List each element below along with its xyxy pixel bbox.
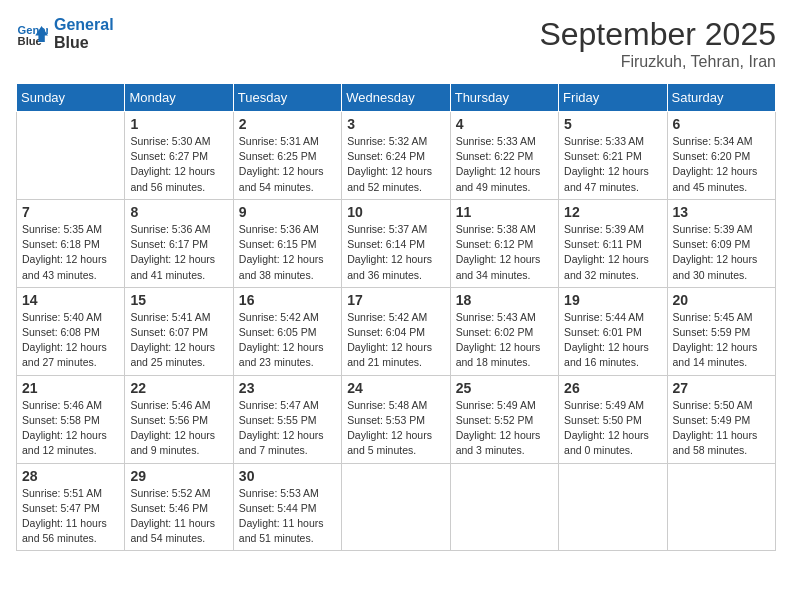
day-info: Sunrise: 5:50 AM Sunset: 5:49 PM Dayligh… xyxy=(673,398,770,459)
header-friday: Friday xyxy=(559,84,667,112)
day-info: Sunrise: 5:36 AM Sunset: 6:15 PM Dayligh… xyxy=(239,222,336,283)
logo-icon: General Blue xyxy=(16,18,48,50)
day-number: 22 xyxy=(130,380,227,396)
calendar-cell: 25Sunrise: 5:49 AM Sunset: 5:52 PM Dayli… xyxy=(450,375,558,463)
day-number: 3 xyxy=(347,116,444,132)
calendar-cell: 4Sunrise: 5:33 AM Sunset: 6:22 PM Daylig… xyxy=(450,112,558,200)
day-number: 6 xyxy=(673,116,770,132)
calendar-cell: 12Sunrise: 5:39 AM Sunset: 6:11 PM Dayli… xyxy=(559,199,667,287)
day-number: 15 xyxy=(130,292,227,308)
day-info: Sunrise: 5:44 AM Sunset: 6:01 PM Dayligh… xyxy=(564,310,661,371)
days-header-row: SundayMondayTuesdayWednesdayThursdayFrid… xyxy=(17,84,776,112)
header-tuesday: Tuesday xyxy=(233,84,341,112)
header-thursday: Thursday xyxy=(450,84,558,112)
day-info: Sunrise: 5:48 AM Sunset: 5:53 PM Dayligh… xyxy=(347,398,444,459)
day-info: Sunrise: 5:32 AM Sunset: 6:24 PM Dayligh… xyxy=(347,134,444,195)
day-info: Sunrise: 5:33 AM Sunset: 6:21 PM Dayligh… xyxy=(564,134,661,195)
day-number: 13 xyxy=(673,204,770,220)
calendar-cell: 19Sunrise: 5:44 AM Sunset: 6:01 PM Dayli… xyxy=(559,287,667,375)
calendar-cell: 9Sunrise: 5:36 AM Sunset: 6:15 PM Daylig… xyxy=(233,199,341,287)
day-number: 20 xyxy=(673,292,770,308)
day-info: Sunrise: 5:53 AM Sunset: 5:44 PM Dayligh… xyxy=(239,486,336,547)
day-number: 28 xyxy=(22,468,119,484)
day-number: 14 xyxy=(22,292,119,308)
day-number: 1 xyxy=(130,116,227,132)
day-number: 23 xyxy=(239,380,336,396)
day-number: 29 xyxy=(130,468,227,484)
calendar-cell: 5Sunrise: 5:33 AM Sunset: 6:21 PM Daylig… xyxy=(559,112,667,200)
svg-text:Blue: Blue xyxy=(18,35,42,47)
day-info: Sunrise: 5:41 AM Sunset: 6:07 PM Dayligh… xyxy=(130,310,227,371)
day-number: 26 xyxy=(564,380,661,396)
header-sunday: Sunday xyxy=(17,84,125,112)
day-number: 18 xyxy=(456,292,553,308)
day-number: 25 xyxy=(456,380,553,396)
day-info: Sunrise: 5:39 AM Sunset: 6:11 PM Dayligh… xyxy=(564,222,661,283)
calendar-cell: 30Sunrise: 5:53 AM Sunset: 5:44 PM Dayli… xyxy=(233,463,341,551)
day-number: 4 xyxy=(456,116,553,132)
day-info: Sunrise: 5:39 AM Sunset: 6:09 PM Dayligh… xyxy=(673,222,770,283)
calendar-cell: 13Sunrise: 5:39 AM Sunset: 6:09 PM Dayli… xyxy=(667,199,775,287)
day-info: Sunrise: 5:52 AM Sunset: 5:46 PM Dayligh… xyxy=(130,486,227,547)
day-number: 2 xyxy=(239,116,336,132)
calendar-cell: 14Sunrise: 5:40 AM Sunset: 6:08 PM Dayli… xyxy=(17,287,125,375)
calendar-cell xyxy=(667,463,775,551)
week-row-1: 1Sunrise: 5:30 AM Sunset: 6:27 PM Daylig… xyxy=(17,112,776,200)
calendar-cell: 11Sunrise: 5:38 AM Sunset: 6:12 PM Dayli… xyxy=(450,199,558,287)
day-info: Sunrise: 5:42 AM Sunset: 6:05 PM Dayligh… xyxy=(239,310,336,371)
day-number: 17 xyxy=(347,292,444,308)
day-info: Sunrise: 5:46 AM Sunset: 5:58 PM Dayligh… xyxy=(22,398,119,459)
week-row-4: 21Sunrise: 5:46 AM Sunset: 5:58 PM Dayli… xyxy=(17,375,776,463)
calendar-cell: 18Sunrise: 5:43 AM Sunset: 6:02 PM Dayli… xyxy=(450,287,558,375)
day-number: 24 xyxy=(347,380,444,396)
day-number: 21 xyxy=(22,380,119,396)
logo: General Blue General Blue xyxy=(16,16,114,51)
calendar-cell: 7Sunrise: 5:35 AM Sunset: 6:18 PM Daylig… xyxy=(17,199,125,287)
day-number: 8 xyxy=(130,204,227,220)
day-info: Sunrise: 5:40 AM Sunset: 6:08 PM Dayligh… xyxy=(22,310,119,371)
calendar-cell xyxy=(17,112,125,200)
logo-line1: General xyxy=(54,16,114,34)
calendar-cell: 2Sunrise: 5:31 AM Sunset: 6:25 PM Daylig… xyxy=(233,112,341,200)
day-info: Sunrise: 5:47 AM Sunset: 5:55 PM Dayligh… xyxy=(239,398,336,459)
day-number: 16 xyxy=(239,292,336,308)
calendar-cell: 20Sunrise: 5:45 AM Sunset: 5:59 PM Dayli… xyxy=(667,287,775,375)
day-info: Sunrise: 5:49 AM Sunset: 5:50 PM Dayligh… xyxy=(564,398,661,459)
week-row-2: 7Sunrise: 5:35 AM Sunset: 6:18 PM Daylig… xyxy=(17,199,776,287)
day-info: Sunrise: 5:51 AM Sunset: 5:47 PM Dayligh… xyxy=(22,486,119,547)
calendar-cell xyxy=(450,463,558,551)
header-wednesday: Wednesday xyxy=(342,84,450,112)
day-number: 9 xyxy=(239,204,336,220)
calendar-cell: 15Sunrise: 5:41 AM Sunset: 6:07 PM Dayli… xyxy=(125,287,233,375)
day-info: Sunrise: 5:37 AM Sunset: 6:14 PM Dayligh… xyxy=(347,222,444,283)
calendar-cell: 22Sunrise: 5:46 AM Sunset: 5:56 PM Dayli… xyxy=(125,375,233,463)
day-info: Sunrise: 5:46 AM Sunset: 5:56 PM Dayligh… xyxy=(130,398,227,459)
day-number: 12 xyxy=(564,204,661,220)
day-info: Sunrise: 5:42 AM Sunset: 6:04 PM Dayligh… xyxy=(347,310,444,371)
calendar-cell: 3Sunrise: 5:32 AM Sunset: 6:24 PM Daylig… xyxy=(342,112,450,200)
day-number: 7 xyxy=(22,204,119,220)
calendar-cell: 21Sunrise: 5:46 AM Sunset: 5:58 PM Dayli… xyxy=(17,375,125,463)
day-number: 19 xyxy=(564,292,661,308)
calendar-cell: 17Sunrise: 5:42 AM Sunset: 6:04 PM Dayli… xyxy=(342,287,450,375)
week-row-5: 28Sunrise: 5:51 AM Sunset: 5:47 PM Dayli… xyxy=(17,463,776,551)
calendar-cell: 8Sunrise: 5:36 AM Sunset: 6:17 PM Daylig… xyxy=(125,199,233,287)
day-number: 11 xyxy=(456,204,553,220)
calendar-cell: 6Sunrise: 5:34 AM Sunset: 6:20 PM Daylig… xyxy=(667,112,775,200)
day-info: Sunrise: 5:49 AM Sunset: 5:52 PM Dayligh… xyxy=(456,398,553,459)
calendar-cell: 27Sunrise: 5:50 AM Sunset: 5:49 PM Dayli… xyxy=(667,375,775,463)
day-number: 10 xyxy=(347,204,444,220)
day-number: 5 xyxy=(564,116,661,132)
calendar-cell: 24Sunrise: 5:48 AM Sunset: 5:53 PM Dayli… xyxy=(342,375,450,463)
page-header: General Blue General Blue September 2025… xyxy=(16,16,776,71)
day-info: Sunrise: 5:33 AM Sunset: 6:22 PM Dayligh… xyxy=(456,134,553,195)
logo-line2: Blue xyxy=(54,34,114,52)
calendar-table: SundayMondayTuesdayWednesdayThursdayFrid… xyxy=(16,83,776,551)
title-block: September 2025 Firuzkuh, Tehran, Iran xyxy=(539,16,776,71)
day-info: Sunrise: 5:35 AM Sunset: 6:18 PM Dayligh… xyxy=(22,222,119,283)
calendar-cell: 28Sunrise: 5:51 AM Sunset: 5:47 PM Dayli… xyxy=(17,463,125,551)
day-info: Sunrise: 5:38 AM Sunset: 6:12 PM Dayligh… xyxy=(456,222,553,283)
calendar-cell xyxy=(559,463,667,551)
day-number: 27 xyxy=(673,380,770,396)
calendar-cell: 10Sunrise: 5:37 AM Sunset: 6:14 PM Dayli… xyxy=(342,199,450,287)
